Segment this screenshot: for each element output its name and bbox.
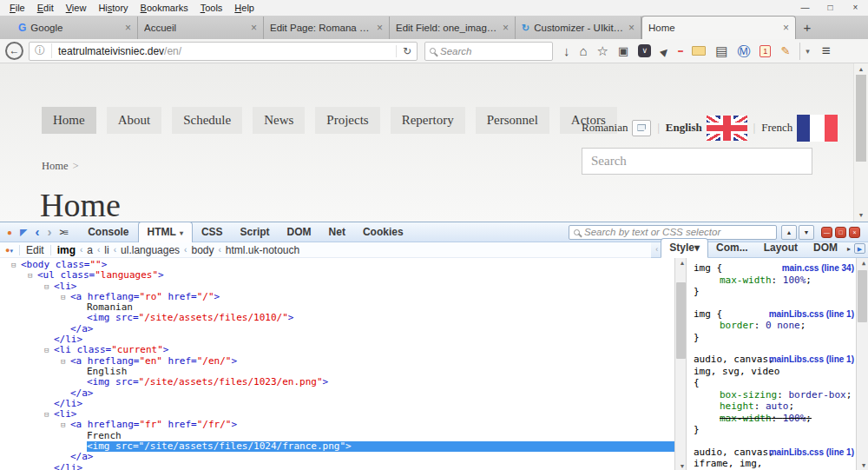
tab-accueil[interactable]: Accueil× [138, 17, 264, 39]
pocket-icon[interactable]: ∨ [638, 44, 651, 57]
menu-file[interactable]: File [3, 2, 31, 14]
scrollbar-thumb[interactable] [858, 270, 867, 322]
scrollbar-thumb[interactable] [676, 282, 686, 359]
side-tab-dom[interactable]: DOM [806, 239, 845, 257]
side-tabs-list-button[interactable]: ▶ [854, 243, 865, 254]
scroll-up-icon[interactable]: ▲ [857, 260, 868, 267]
tab-google[interactable]: GGoogle× [12, 17, 138, 39]
firebug-detach-button[interactable]: □ [835, 227, 846, 238]
html-node-line[interactable]: <img src="/site/assets/files/1023/en.png… [0, 377, 674, 387]
tab-edit-field-one-image-teatrul[interactable]: Edit Field: one_image • teatrul...× [390, 17, 516, 39]
nav-item-repertory[interactable]: Repertory [391, 107, 465, 134]
style-panel-scrollbar[interactable]: ▲ ▼ [856, 258, 868, 470]
uk-flag-image[interactable] [707, 116, 747, 141]
side-tabs-overflow-icon[interactable]: ▸ [845, 245, 852, 257]
element-path-ul-languages[interactable]: ul.languages [121, 244, 180, 256]
html-node-line[interactable]: </a> [0, 324, 674, 334]
css-selector-text[interactable]: { [694, 377, 700, 388]
menu-help[interactable]: Help [228, 2, 260, 14]
tab-close-icon[interactable]: × [628, 22, 635, 34]
firebug-minimize-button[interactable]: — [821, 227, 832, 238]
nav-item-news[interactable]: News [253, 107, 305, 134]
firebug-tab-script[interactable]: Script [232, 222, 279, 242]
search-previous-button[interactable]: ▲ [781, 225, 797, 240]
html-node-line[interactable]: <img src="/site/assets/files/1024/france… [0, 441, 674, 452]
firebug-search-box[interactable] [569, 225, 777, 240]
twisty-icon[interactable]: ⊟ [44, 409, 54, 420]
side-tab-com[interactable]: Com... [708, 239, 756, 257]
twisty-icon[interactable]: ⊟ [44, 281, 54, 292]
inspect-element-icon[interactable]: ◤ [20, 227, 27, 238]
tab-close-icon[interactable]: × [377, 22, 383, 34]
overflow-caret-icon[interactable]: ▾ [799, 43, 810, 60]
nav-item-personnel[interactable]: Personnel [476, 107, 549, 134]
menu-edit[interactable]: Edit [31, 2, 60, 14]
scroll-up-icon[interactable]: ▲ [854, 66, 868, 73]
bookmark-star-icon[interactable]: ☆ [597, 43, 608, 60]
history-back-icon[interactable]: ‹ [36, 228, 40, 236]
tab-edit-page-romana-teatrulma[interactable]: Edit Page: Romana • teatrulma...× [264, 17, 390, 39]
css-selector-text[interactable]: iframe, img, [694, 458, 762, 469]
reload-icon[interactable]: ↻ [396, 45, 411, 57]
paintbrush-icon[interactable]: ✎ [780, 43, 790, 60]
site-search-box[interactable] [582, 148, 812, 175]
html-node-line[interactable]: <img src="/site/assets/files/1010/"> [0, 313, 674, 323]
firebug-tab-dom[interactable]: DOM [279, 222, 320, 242]
twisty-icon[interactable]: ⊟ [28, 270, 37, 281]
nav-item-schedule[interactable]: Schedule [172, 107, 242, 134]
firebug-search-input[interactable] [584, 227, 772, 237]
tab-customizer-uikit-docum[interactable]: ↻Customizer - UIkit docum...× [516, 17, 641, 39]
language-link-english[interactable]: English [666, 116, 747, 141]
firebug-menu-icon[interactable]: ● [7, 228, 12, 237]
breadcrumb-home[interactable]: Home [42, 160, 69, 172]
css-file-link[interactable]: main.css (line 34) [782, 262, 854, 275]
element-path-html-uk-notouch[interactable]: html.uk-notouch [226, 244, 299, 256]
nav-item-projects[interactable]: Projects [315, 107, 379, 134]
screenshot-dots-icon[interactable]: ••• [678, 43, 682, 60]
tab-close-icon[interactable]: × [503, 22, 509, 34]
side-tab-layout[interactable]: Layout [756, 239, 806, 257]
clipboard-icon[interactable]: ▣ [618, 43, 628, 60]
twisty-icon[interactable]: ⊟ [61, 356, 70, 367]
nav-item-home[interactable]: Home [42, 107, 96, 134]
css-property[interactable]: max-width: 100%; [694, 413, 854, 425]
printer-icon[interactable]: ▤ [715, 43, 727, 60]
html-node-line[interactable]: </li> [0, 463, 674, 470]
scrollbar-thumb[interactable] [856, 75, 866, 162]
side-tab-style[interactable]: Style▾ [661, 238, 708, 258]
counter-badge-icon[interactable]: 1 [760, 45, 771, 57]
twisty-icon[interactable]: ⊟ [11, 260, 21, 270]
history-forward-icon[interactable]: › [48, 228, 52, 236]
browser-search-input[interactable] [440, 46, 548, 56]
sticky-note-icon[interactable] [692, 46, 706, 56]
url-bar[interactable]: ⓘ teatrulmateivisniec.dev /en/ ↻ [29, 42, 418, 61]
firebug-tab-cookies[interactable]: Cookies [354, 222, 412, 242]
firebug-close-button[interactable]: × [849, 227, 860, 238]
firebug-tab-css[interactable]: CSS [193, 222, 232, 242]
tab-home[interactable]: Home× [641, 16, 796, 39]
css-property[interactable]: height: auto; [694, 400, 854, 413]
css-file-link[interactable]: mainLibs.css (line 1) [769, 447, 854, 459]
back-button[interactable]: ← [5, 42, 23, 60]
twisty-icon[interactable]: ⊟ [44, 345, 54, 355]
side-tabs-scroll-left-icon[interactable]: ‹ [653, 245, 661, 257]
html-node-line[interactable]: </a> [0, 452, 674, 462]
css-property[interactable]: border: 0 none; [694, 320, 854, 332]
css-property[interactable]: max-width: 100%; [694, 275, 854, 287]
html-node-line[interactable]: ⊟<ul class="languages"> [0, 270, 674, 281]
menu-tools[interactable]: Tools [194, 2, 229, 14]
css-selector-text[interactable]: img { [694, 308, 722, 320]
menu-history[interactable]: History [92, 2, 134, 14]
tab-close-icon[interactable]: × [251, 22, 257, 34]
command-line-icon[interactable]: >≡ [60, 228, 69, 237]
firebug-tab-console[interactable]: Console [79, 222, 137, 242]
element-path-li[interactable]: li [104, 244, 108, 256]
browser-search-box[interactable] [424, 42, 553, 61]
css-selector-text[interactable]: img { [694, 262, 722, 274]
firebug-tab-html[interactable]: HTML▾ [138, 222, 193, 243]
menu-view[interactable]: View [60, 2, 93, 14]
css-selector-text[interactable]: img, svg, video [694, 366, 779, 377]
html-node-line[interactable]: </li> [0, 399, 674, 409]
menu-hamburger-icon[interactable]: ≡ [822, 43, 831, 60]
window-close-button[interactable]: × [843, 0, 868, 16]
